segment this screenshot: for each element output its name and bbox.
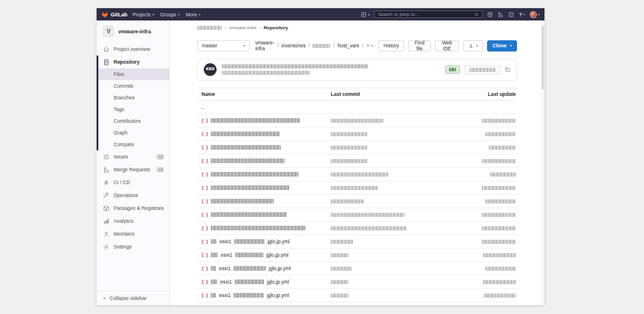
file-row[interactable]: { }	[197, 168, 517, 181]
file-name-cell[interactable]: { }	[197, 226, 331, 230]
file-row[interactable]: { }esxi1jglo.jp.yml	[197, 262, 517, 275]
collapse-sidebar-button[interactable]: « Collapse sidebar	[97, 291, 169, 305]
sidebar-subitem-tags[interactable]: Tags	[98, 103, 169, 115]
help-menu[interactable]: ? ▾	[519, 12, 525, 18]
path-segment-host-vars[interactable]: host_vars	[338, 43, 359, 49]
last-commit-cell[interactable]	[331, 240, 461, 244]
sidebar-item-analytics[interactable]: Analytics	[97, 215, 169, 227]
nav-menu-groups[interactable]: Groups▾	[160, 12, 180, 18]
todos-icon[interactable]	[508, 12, 514, 18]
file-name-cell[interactable]: ..	[197, 104, 331, 110]
path-segment-inventories[interactable]: inventories	[282, 43, 306, 49]
sidebar-subitem-compare[interactable]: Compare	[98, 139, 169, 150]
download-button[interactable]: ▾	[463, 40, 483, 51]
last-commit-cell[interactable]	[331, 213, 461, 217]
file-name-cell[interactable]: { }	[197, 185, 331, 190]
issues-dashboard-icon[interactable]	[487, 12, 493, 18]
commit-message[interactable]	[222, 64, 368, 75]
sidebar-item-issues[interactable]: Issues	[97, 150, 169, 163]
copy-commit-sha-button[interactable]	[505, 67, 511, 73]
last-commit-cell[interactable]	[331, 226, 461, 230]
sidebar-subitem-files[interactable]: Files	[98, 68, 169, 80]
sidebar-item-repository[interactable]: Repository	[98, 56, 169, 68]
breadcrumb-item-repository[interactable]: Repository	[263, 25, 288, 30]
add-file-dropdown[interactable]: +▾	[366, 43, 373, 49]
issues-icon	[103, 154, 109, 160]
file-row[interactable]: { }	[197, 222, 517, 235]
sidebar-item-settings[interactable]: Settings	[97, 240, 169, 253]
last-commit-cell[interactable]	[331, 172, 461, 177]
redacted-text	[484, 294, 516, 298]
file-name-cell[interactable]: { }esxi1jglo.jp.yml	[197, 252, 331, 258]
find-file-button[interactable]: Find file	[408, 40, 431, 51]
last-commit-cell[interactable]	[331, 280, 461, 284]
sidebar-project[interactable]: V vmware-infra	[97, 20, 169, 43]
nav-menu-projects[interactable]: Projects▾	[133, 12, 155, 18]
file-row[interactable]: { }	[197, 154, 517, 168]
breadcrumb: ›vmware-infra›Repository	[170, 20, 544, 35]
home-icon	[103, 46, 109, 53]
last-commit-cell[interactable]	[331, 132, 461, 136]
file-name-cell[interactable]: { }	[197, 172, 331, 177]
file-name-cell[interactable]: { }esxi1jglo.jp.yml	[197, 265, 331, 271]
sidebar-subitem-graph[interactable]: Graph	[98, 127, 169, 139]
file-name-cell[interactable]: { }	[197, 145, 331, 150]
file-row[interactable]: { }	[197, 181, 517, 195]
file-row[interactable]: { }	[197, 114, 517, 127]
path-segment-vmware-infra[interactable]: vmware-infra	[255, 40, 275, 51]
history-button[interactable]: History	[378, 40, 404, 51]
file-name-cell[interactable]: { }	[197, 118, 331, 123]
file-name-cell[interactable]: { }esxi1jglo.jp.yml	[197, 292, 331, 298]
parent-directory-row[interactable]: ..	[197, 101, 517, 114]
gitlab-logo[interactable]: GitLab	[101, 11, 128, 18]
last-commit-cell[interactable]	[331, 119, 461, 123]
sidebar-item-operations[interactable]: Operations	[97, 189, 169, 202]
file-name-cell[interactable]: { }	[197, 199, 331, 203]
pipeline-status-badge[interactable]	[445, 65, 460, 74]
file-row[interactable]: { }	[197, 127, 517, 141]
sidebar-subitem-branches[interactable]: Branches	[98, 92, 169, 103]
scrollbar[interactable]	[541, 20, 544, 305]
web-ide-button[interactable]: Web IDE	[435, 40, 459, 51]
last-commit-cell[interactable]	[331, 253, 461, 257]
sidebar-item-packages-registries[interactable]: Packages & Registries	[97, 202, 169, 215]
last-commit-cell[interactable]	[331, 294, 461, 298]
commit-sha[interactable]	[464, 65, 501, 74]
scrollbar-thumb[interactable]	[542, 25, 544, 89]
file-row[interactable]: { }	[197, 208, 517, 222]
breadcrumb-item-vmware-infra[interactable]: vmware-infra	[229, 25, 256, 30]
search-box[interactable]: Search or jump to...	[374, 11, 482, 18]
file-name-cell[interactable]: { }	[197, 212, 331, 217]
file-row[interactable]: { }	[197, 141, 517, 154]
last-commit-cell[interactable]	[331, 186, 461, 190]
file-name-cell[interactable]: { }	[197, 132, 331, 136]
file-row[interactable]: { }esxi1jglo.jp.yml	[197, 235, 517, 249]
commit-author-avatar[interactable]	[204, 63, 217, 76]
file-row[interactable]: { }esxi1jglo.jp.yml	[197, 275, 517, 289]
sidebar-item-project-overview[interactable]: Project overview	[97, 43, 169, 56]
list-icon	[487, 12, 493, 18]
file-row[interactable]: { }esxi1jglo.jp.yml	[197, 289, 517, 302]
file-name-cell[interactable]: { }	[197, 158, 331, 163]
sidebar-item-members[interactable]: Members	[97, 227, 169, 240]
last-commit-cell[interactable]	[331, 146, 461, 150]
last-commit-bar	[197, 58, 517, 81]
file-row[interactable]: { }esxi1jglo.jp.yml	[197, 249, 517, 262]
sidebar-item-ci-cd[interactable]: CI / CD	[97, 176, 169, 189]
merge-requests-icon[interactable]	[498, 12, 503, 18]
user-menu[interactable]: ▾	[530, 11, 540, 18]
nav-menu-more[interactable]: More▾	[186, 12, 200, 18]
new-menu[interactable]: ▾	[361, 12, 369, 18]
last-update-cell	[461, 146, 517, 150]
last-commit-cell[interactable]	[331, 159, 461, 163]
last-commit-cell[interactable]	[331, 199, 461, 203]
clone-button[interactable]: Clone ▾	[487, 40, 517, 51]
file-name-cell[interactable]: { }esxi1jglo.jp.yml	[197, 239, 331, 244]
file-row[interactable]: { }	[197, 195, 517, 208]
sidebar-subitem-commits[interactable]: Commits	[98, 80, 169, 92]
last-commit-cell[interactable]	[331, 267, 461, 271]
sidebar-subitem-contributors[interactable]: Contributors	[98, 115, 169, 127]
file-name-cell[interactable]: { }esxi1jglo.jp.yml	[197, 279, 331, 285]
sidebar-item-merge-requests[interactable]: Merge Requests	[97, 163, 169, 176]
branch-selector[interactable]: master ▾	[197, 40, 250, 51]
